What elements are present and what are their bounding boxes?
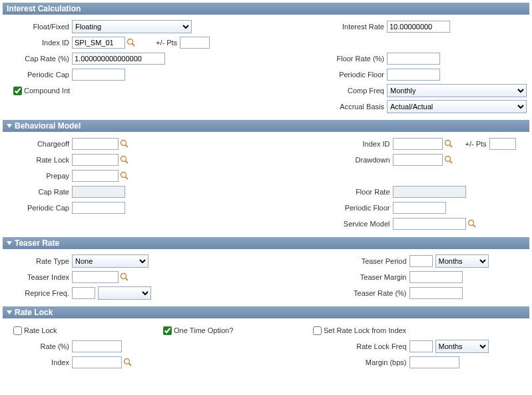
floor-rate-input[interactable] xyxy=(387,53,440,65)
label-index-id: Index ID xyxy=(5,39,72,47)
teaser-period-input[interactable] xyxy=(409,255,433,267)
section-body-rate-lock: Rate Lock One Time Option? Set Rate Lock… xyxy=(3,318,529,372)
section-body-interest-calculation: Float/Fixed Floating Index ID +/- Pts Ca… xyxy=(3,15,529,116)
lookup-icon[interactable] xyxy=(120,171,129,181)
label-bm-floor-rate: Floor Rate xyxy=(266,188,393,196)
label-teaser-rate: Teaser Rate (%) xyxy=(266,289,409,297)
lookup-icon[interactable] xyxy=(444,155,453,165)
label-bm-cap-rate: Cap Rate xyxy=(5,188,72,196)
section-header-rate-lock[interactable]: Rate Lock xyxy=(3,306,529,318)
service-model-input[interactable] xyxy=(393,218,466,230)
label-bm-pts: +/- Pts xyxy=(465,140,487,148)
label-margin-bps: Margin (bps) xyxy=(266,358,409,366)
lookup-icon[interactable] xyxy=(120,272,129,282)
section-title: Teaser Rate xyxy=(15,238,59,248)
compound-int-checkbox[interactable] xyxy=(13,87,22,95)
collapse-icon xyxy=(7,310,12,314)
label-float-fixed: Float/Fixed xyxy=(5,23,72,31)
periodic-floor-input[interactable] xyxy=(387,69,440,81)
section-header-behavioral-model[interactable]: Behavioral Model xyxy=(3,120,529,132)
teaser-period-unit-select[interactable]: Months xyxy=(435,254,489,268)
reprice-freq-input[interactable] xyxy=(72,287,95,299)
label-comp-freq: Comp Freq xyxy=(260,87,387,95)
label-one-time: One Time Option? xyxy=(174,326,233,334)
label-chargeoff: Chargeoff xyxy=(5,140,72,148)
prepay-input[interactable] xyxy=(72,170,119,182)
drawdown-input[interactable] xyxy=(393,154,443,166)
section-title: Behavioral Model xyxy=(15,121,81,131)
bm-periodic-cap-input[interactable] xyxy=(72,202,125,214)
label-interest-rate: Interest Rate xyxy=(260,23,387,31)
rate-lock-checkbox[interactable] xyxy=(13,326,22,335)
label-floor-rate: Floor Rate (%) xyxy=(260,55,387,63)
bm-index-id-input[interactable] xyxy=(393,138,443,150)
reprice-freq-unit-select[interactable] xyxy=(98,286,151,300)
label-rate-type: Rate Type xyxy=(5,257,72,265)
float-fixed-select[interactable]: Floating xyxy=(72,20,192,33)
rl-index-input[interactable] xyxy=(72,356,122,368)
label-bm-periodic-cap: Periodic Cap xyxy=(5,204,72,212)
label-rate-lock-freq: Rate Lock Freq xyxy=(266,342,409,350)
label-compound-int: Compound Int xyxy=(24,87,70,95)
pts-input[interactable] xyxy=(180,37,210,49)
section-body-teaser-rate: Rate Type None Teaser Index Reprice Freq… xyxy=(3,249,529,302)
section-title: Interest Calculation xyxy=(7,4,81,13)
label-bm-index-id: Index ID xyxy=(266,140,393,148)
bm-floor-rate-input xyxy=(393,186,466,198)
chargeoff-input[interactable] xyxy=(72,138,119,150)
bm-cap-rate-input xyxy=(72,186,125,198)
one-time-checkbox[interactable] xyxy=(163,326,172,335)
label-teaser-margin: Teaser Margin xyxy=(266,273,409,281)
label-reprice-freq: Reprice Freq. xyxy=(5,289,72,297)
teaser-index-input[interactable] xyxy=(72,271,119,283)
label-teaser-index: Teaser Index xyxy=(5,273,72,281)
label-prepay: Prepay xyxy=(5,172,72,180)
label-service-model: Service Model xyxy=(266,220,393,228)
lookup-icon[interactable] xyxy=(123,358,133,367)
rate-pct-input[interactable] xyxy=(72,340,122,352)
label-cap-rate: Cap Rate (%) xyxy=(5,55,72,63)
comp-freq-select[interactable]: Monthly xyxy=(387,84,527,97)
accrual-basis-select[interactable]: Actual/Actual xyxy=(387,100,527,113)
label-rate-pct: Rate (%) xyxy=(5,342,72,350)
label-drawdown: Drawdown xyxy=(266,156,393,164)
interest-rate-input[interactable] xyxy=(387,21,450,33)
periodic-cap-input[interactable] xyxy=(72,69,125,81)
rate-lock-freq-input[interactable] xyxy=(409,340,433,352)
set-from-index-checkbox[interactable] xyxy=(313,326,322,335)
label-set-from-index: Set Rate Lock from Index xyxy=(324,326,406,334)
lookup-icon[interactable] xyxy=(127,38,136,47)
margin-bps-input[interactable] xyxy=(409,356,459,368)
label-rate-lock-chk: Rate Lock xyxy=(24,326,57,334)
label-rl-index: Index xyxy=(5,358,72,366)
section-header-teaser-rate[interactable]: Teaser Rate xyxy=(3,237,529,249)
collapse-icon xyxy=(7,124,12,128)
cap-rate-input[interactable] xyxy=(72,53,165,65)
rate-type-select[interactable]: None xyxy=(72,254,148,268)
lookup-icon[interactable] xyxy=(120,139,129,149)
label-rate-lock: Rate Lock xyxy=(5,156,72,164)
section-header-interest-calculation: Interest Calculation xyxy=(3,3,529,15)
teaser-margin-input[interactable] xyxy=(409,271,463,283)
label-pts: +/- Pts xyxy=(156,39,177,47)
rate-lock-freq-unit-select[interactable]: Months xyxy=(435,340,489,353)
index-id-input[interactable] xyxy=(72,37,125,49)
bm-pts-input[interactable] xyxy=(489,138,516,150)
teaser-rate-input[interactable] xyxy=(409,287,463,299)
section-title: Rate Lock xyxy=(15,308,53,317)
lookup-icon[interactable] xyxy=(444,139,453,149)
label-periodic-floor: Periodic Floor xyxy=(260,71,387,79)
label-periodic-cap: Periodic Cap xyxy=(5,71,72,79)
lookup-icon[interactable] xyxy=(120,155,129,165)
label-accrual-basis: Accrual Basis xyxy=(260,103,387,111)
rate-lock-input[interactable] xyxy=(72,154,119,166)
collapse-icon xyxy=(7,241,12,245)
bm-periodic-floor-input[interactable] xyxy=(393,202,446,214)
label-teaser-period: Teaser Period xyxy=(266,257,409,265)
label-bm-periodic-floor: Periodic Floor xyxy=(266,204,393,212)
lookup-icon[interactable] xyxy=(467,219,477,228)
section-body-behavioral-model: Chargeoff Rate Lock Prepay Cap Rate Peri… xyxy=(3,132,529,233)
